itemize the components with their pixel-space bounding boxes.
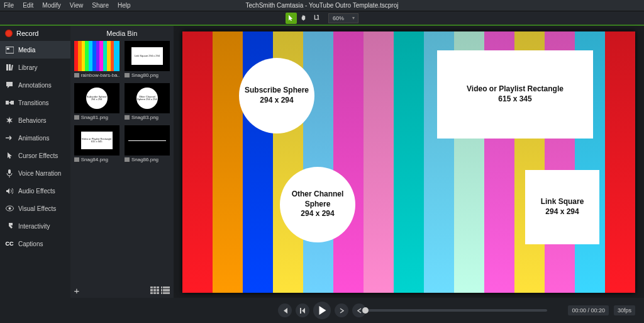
record-button[interactable]: Record [0, 26, 70, 41]
menu-file[interactable]: File [4, 2, 14, 9]
visual-effects-icon [5, 204, 14, 213]
media-bin-grid: rainbow-bars-ba... Link Square 294 x 294… [70, 41, 174, 165]
svg-rect-4 [11, 65, 13, 71]
captions-icon: CC [5, 239, 14, 248]
playhead[interactable] [362, 307, 369, 314]
media-bin-title: Media Bin [70, 26, 174, 41]
media-item[interactable]: Video or Playlist Rectangle 615 x 345Sna… [73, 125, 121, 165]
add-media-button[interactable]: + [74, 285, 80, 296]
image-file-icon [74, 157, 79, 162]
list-view-button[interactable] [161, 286, 170, 294]
tool-crop[interactable] [311, 13, 322, 24]
svg-rect-10 [300, 308, 301, 314]
tab-transitions[interactable]: Transitions [0, 94, 70, 111]
media-bin-panel: Media Bin rainbow-bars-ba... Link Square… [70, 26, 174, 298]
grid-view-button[interactable] [150, 286, 159, 294]
canvas-area: Subscribe Sphere 294 x 294 Other Channel… [174, 26, 644, 298]
image-file-icon [74, 73, 79, 77]
tab-voice-narration[interactable]: Voice Narration [0, 164, 70, 182]
tab-cursor-effects[interactable]: Cursor Effects [0, 147, 70, 164]
preview-canvas[interactable]: Subscribe Sphere 294 x 294 Other Channel… [182, 31, 635, 293]
image-file-icon [125, 157, 130, 162]
tab-behaviors[interactable]: Behaviors [0, 111, 70, 129]
record-label: Record [16, 30, 38, 37]
scrubber[interactable] [365, 309, 547, 312]
media-bin-footer: + [70, 283, 174, 298]
svg-rect-7 [8, 169, 11, 174]
left-sidebar: Record Media Library Annotations Transit… [0, 26, 70, 298]
svg-rect-3 [9, 64, 11, 71]
main-area: Record Media Library Annotations Transit… [0, 25, 644, 298]
tab-interactivity[interactable]: Interactivity [0, 217, 70, 235]
subscribe-sphere-placeholder[interactable]: Subscribe Sphere 294 x 294 [239, 58, 314, 133]
video-playlist-rectangle-placeholder[interactable]: Video or Playlist Rectangle 615 x 345 [437, 50, 593, 139]
audio-effects-icon [5, 186, 14, 195]
menu-view[interactable]: View [70, 2, 84, 9]
media-item[interactable]: Subscribe Sphere 294 x 294Snag81.png [73, 83, 121, 123]
svg-rect-1 [6, 48, 9, 49]
menu-help[interactable]: Help [118, 2, 131, 9]
cursor-effects-icon [5, 151, 14, 160]
media-item[interactable]: Link Square 294 x 294Snag80.png [123, 41, 171, 81]
tab-annotations[interactable]: Annotations [0, 76, 70, 94]
tab-audio-effects[interactable]: Audio Effects [0, 182, 70, 200]
animations-icon [5, 133, 14, 142]
svg-rect-6 [11, 101, 14, 105]
fps-display[interactable]: 30fps [614, 305, 635, 315]
tool-select[interactable] [286, 13, 297, 24]
menu-edit[interactable]: Edit [23, 2, 33, 9]
menu-modify[interactable]: Modify [42, 2, 60, 9]
tab-animations[interactable]: Animations [0, 129, 70, 147]
tool-tabs: Media Library Annotations Transitions Be… [0, 41, 70, 252]
annotations-icon [5, 81, 14, 89]
media-item[interactable]: Other Channel Sphere 294 x 294Snag83.png [123, 83, 171, 123]
transport-controls [278, 302, 366, 319]
svg-rect-2 [6, 64, 8, 71]
tab-media[interactable]: Media [0, 41, 70, 59]
svg-point-9 [8, 207, 11, 210]
menu-bar: File Edit Modify View Share Help TechSmi… [0, 0, 644, 11]
canvas-toolbar: 60% [0, 11, 644, 25]
tab-library[interactable]: Library [0, 59, 70, 76]
svg-rect-0 [6, 47, 14, 53]
media-icon [5, 45, 14, 54]
media-item[interactable]: Snag86.png [123, 125, 171, 165]
transitions-icon [5, 98, 14, 107]
voice-narration-icon [5, 169, 14, 178]
other-channel-sphere-placeholder[interactable]: Other Channel Sphere 294 x 294 [280, 167, 355, 242]
time-display: 00:00 / 00:20 [568, 305, 609, 315]
svg-rect-5 [6, 101, 9, 105]
playback-bar: 00:00 / 00:20 30fps [0, 298, 644, 323]
tab-captions[interactable]: CCCaptions [0, 235, 70, 252]
record-icon [5, 30, 13, 37]
step-back-button[interactable] [296, 303, 309, 317]
image-file-icon [125, 73, 130, 77]
image-file-icon [125, 115, 130, 120]
prev-frame-button[interactable] [278, 303, 292, 317]
window-title: TechSmith Camtasia - YouTube Outro Templ… [246, 2, 399, 9]
behaviors-icon [5, 116, 14, 125]
image-file-icon [74, 115, 79, 120]
menu-share[interactable]: Share [92, 2, 109, 9]
tool-pan[interactable] [298, 13, 309, 24]
media-item[interactable]: rainbow-bars-ba... [73, 41, 121, 81]
link-square-placeholder[interactable]: Link Square 294 x 294 [525, 170, 599, 244]
zoom-dropdown[interactable]: 60% [328, 13, 358, 23]
interactivity-icon [5, 222, 14, 230]
step-forward-button[interactable] [335, 303, 348, 317]
tab-visual-effects[interactable]: Visual Effects [0, 200, 70, 217]
library-icon [5, 63, 14, 72]
play-button[interactable] [313, 302, 331, 319]
view-toggle [150, 286, 170, 294]
